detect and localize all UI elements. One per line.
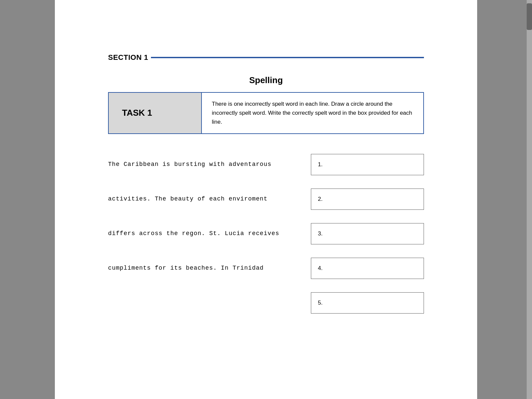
answer-box-3[interactable]: 3. — [311, 223, 424, 244]
section-title: SECTION 1 — [108, 53, 148, 62]
questions-area: The Caribbean is bursting with adventaro… — [108, 154, 424, 327]
question-text-2: activities. The beauty of each enviromen… — [108, 195, 294, 203]
answer-number-1: 1. — [318, 161, 323, 168]
answer-box-5[interactable]: 5. — [311, 292, 424, 314]
answer-box-2[interactable]: 2. — [311, 189, 424, 210]
question-text-5: placeholder — [108, 298, 294, 307]
question-text-3: differs across the regon. St. Lucia rece… — [108, 229, 294, 238]
task-label-cell: TASK 1 — [109, 93, 202, 133]
table-row: The Caribbean is bursting with adventaro… — [108, 154, 424, 179]
task-box: TASK 1 There is one incorrectly spelt wo… — [108, 92, 424, 134]
question-text-4: cumpliments for its beaches. In Trinidad — [108, 264, 294, 273]
answer-number-5: 5. — [318, 300, 323, 306]
task-instruction-cell: There is one incorrectly spelt word in e… — [202, 93, 423, 133]
page: SECTION 1 Spelling TASK 1 There is one i… — [55, 0, 477, 399]
answer-box-1[interactable]: 1. — [311, 154, 424, 175]
table-row: placeholder 5. — [108, 292, 424, 317]
spelling-heading: Spelling — [108, 75, 424, 85]
section-line — [151, 57, 424, 58]
table-row: differs across the regon. St. Lucia rece… — [108, 223, 424, 248]
table-row: cumpliments for its beaches. In Trinidad… — [108, 258, 424, 282]
task-instruction: There is one incorrectly spelt word in e… — [212, 99, 413, 127]
scrollbar-thumb[interactable] — [527, 3, 532, 30]
table-row: activities. The beauty of each enviromen… — [108, 189, 424, 213]
answer-number-3: 3. — [318, 230, 323, 237]
task-label: TASK 1 — [122, 108, 152, 118]
scrollbar[interactable] — [527, 0, 532, 399]
question-text-1: The Caribbean is bursting with adventaro… — [108, 160, 294, 169]
answer-number-2: 2. — [318, 196, 323, 202]
answer-box-4[interactable]: 4. — [311, 258, 424, 279]
section-header: SECTION 1 — [108, 53, 424, 62]
answer-number-4: 4. — [318, 265, 323, 272]
